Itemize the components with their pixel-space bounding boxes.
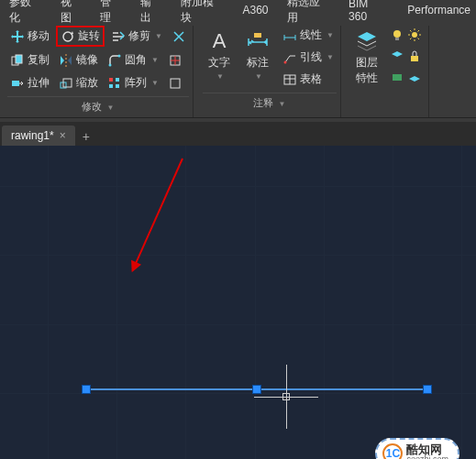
svg-point-20	[412, 32, 417, 38]
panel-annotation: A 文字 ▼ 标注 ▼ 线性 ▼ 引线 ▼	[199, 26, 341, 117]
tool-text[interactable]: A 文字 ▼	[203, 26, 236, 89]
layer4-icon	[407, 70, 422, 84]
menu-manage[interactable]: 管理	[94, 0, 127, 27]
svg-point-3	[109, 63, 112, 66]
menu-bar: 参数化 视图 管理 输出 附加模块 A360 精选应用 BIM 360 Perf…	[0, 0, 476, 20]
rotate-icon	[61, 29, 75, 44]
chevron-down-icon[interactable]: ▼	[151, 79, 159, 87]
svg-rect-15	[254, 33, 261, 38]
tool-leader[interactable]: 引线 ▼	[280, 48, 337, 67]
panel-annotation-title[interactable]: 注释 ▼	[203, 93, 337, 112]
tool-extra2[interactable]	[165, 51, 185, 70]
tool-scale[interactable]: 缩放	[56, 73, 101, 93]
grip-end[interactable]	[423, 385, 432, 394]
svg-rect-10	[116, 78, 119, 82]
table-label: 表格	[300, 71, 322, 87]
tool-layer-props[interactable]: 图层 特性	[350, 26, 383, 88]
move-label: 移动	[28, 28, 50, 44]
menu-performance[interactable]: Performance	[402, 2, 476, 18]
layer2-icon	[390, 49, 404, 63]
tool-move[interactable]: 移动	[7, 27, 52, 46]
trim-icon	[111, 29, 126, 44]
svg-point-0	[63, 32, 72, 41]
menu-output[interactable]: 输出	[135, 0, 168, 27]
leader-label: 引线	[300, 49, 322, 65]
scale-icon	[59, 76, 73, 91]
menu-view[interactable]: 视图	[55, 0, 88, 27]
dimension-label: 标注	[247, 55, 269, 71]
drawing-canvas[interactable]: 1C 酷知网 coozhi.com	[0, 146, 476, 459]
svg-point-16	[283, 60, 286, 63]
mirror-icon	[59, 53, 73, 68]
chevron-down-icon[interactable]: ▼	[151, 56, 159, 64]
svg-rect-13	[171, 79, 180, 88]
layer-props-icon	[354, 27, 380, 53]
text-icon: A	[206, 27, 232, 53]
tab-add-button[interactable]: +	[75, 127, 97, 146]
copy-label: 复制	[28, 52, 50, 68]
tab-label: rawing1*	[11, 129, 54, 142]
tool-stretch[interactable]: 拉伸	[7, 73, 52, 93]
trim-label: 修剪	[128, 28, 150, 44]
svg-point-18	[393, 30, 401, 38]
tool-extra1[interactable]	[169, 27, 189, 46]
copy-icon	[10, 53, 25, 68]
svg-point-4	[118, 54, 121, 57]
dimension-icon	[245, 27, 271, 53]
panel-layers: 图层 特性	[347, 26, 429, 117]
svg-rect-19	[395, 38, 399, 40]
menu-addons[interactable]: 附加模块	[175, 0, 230, 27]
menu-featured[interactable]: 精选应用	[282, 0, 337, 27]
svg-text:A: A	[213, 29, 227, 52]
svg-rect-22	[393, 74, 402, 81]
tool-array[interactable]: 阵列 ▼	[105, 73, 161, 93]
panel-modify-title[interactable]: 修改 ▼	[7, 96, 189, 115]
close-icon[interactable]: ×	[60, 129, 66, 142]
text-label: 文字	[208, 55, 230, 71]
tool-copy[interactable]: 复制	[7, 50, 52, 70]
tab-drawing1[interactable]: rawing1* ×	[2, 126, 75, 146]
file-tabs: rawing1* × +	[0, 122, 476, 146]
mirror-label: 镜像	[76, 52, 98, 68]
tool-table[interactable]: 表格	[280, 70, 337, 89]
array-label: 阵列	[125, 75, 147, 91]
grip-start[interactable]	[82, 385, 91, 394]
scale-label: 缩放	[76, 75, 98, 91]
tool-layer-r2[interactable]	[387, 47, 425, 65]
layer3-icon	[390, 70, 404, 84]
linear-label: 线性	[300, 27, 322, 43]
crosshair-pickbox	[282, 393, 290, 400]
tool-dimension[interactable]: 标注 ▼	[241, 26, 274, 89]
tool-mirror[interactable]: 镜像	[56, 50, 101, 70]
rotate-label: 旋转	[78, 28, 100, 44]
extra3-icon	[168, 76, 183, 91]
stretch-label: 拉伸	[28, 75, 50, 91]
tool-fillet[interactable]: 圆角 ▼	[105, 50, 161, 70]
watermark-en: coozhi.com	[406, 455, 448, 459]
leader-icon	[282, 50, 297, 65]
layer-props-label: 图层 特性	[356, 55, 378, 86]
tool-layer-r3[interactable]	[387, 68, 425, 86]
svg-rect-6	[12, 81, 19, 86]
tool-trim[interactable]: 修剪 ▼	[108, 27, 165, 46]
lock-icon	[407, 49, 422, 63]
panel-modify: 移动 旋转 修剪 ▼ 复制	[4, 26, 194, 117]
svg-rect-12	[116, 84, 119, 88]
watermark-logo: 1C	[382, 443, 403, 459]
extra1-icon	[172, 29, 186, 44]
tool-extra3[interactable]	[165, 74, 185, 93]
tool-rotate[interactable]: 旋转	[56, 26, 105, 47]
tool-linear[interactable]: 线性 ▼	[280, 26, 337, 45]
menu-a360[interactable]: A360	[237, 2, 273, 18]
grip-mid[interactable]	[252, 385, 261, 394]
stretch-icon	[10, 76, 25, 91]
svg-rect-21	[411, 56, 418, 61]
table-icon	[282, 72, 297, 87]
chevron-down-icon[interactable]: ▼	[255, 72, 262, 81]
tool-layer-r1[interactable]	[387, 26, 425, 44]
menu-bim360[interactable]: BIM 360	[343, 0, 394, 25]
chevron-down-icon[interactable]: ▼	[155, 32, 162, 40]
menu-parametric[interactable]: 参数化	[4, 0, 48, 27]
chevron-down-icon[interactable]: ▼	[216, 72, 224, 81]
watermark: 1C 酷知网 coozhi.com	[375, 438, 459, 459]
